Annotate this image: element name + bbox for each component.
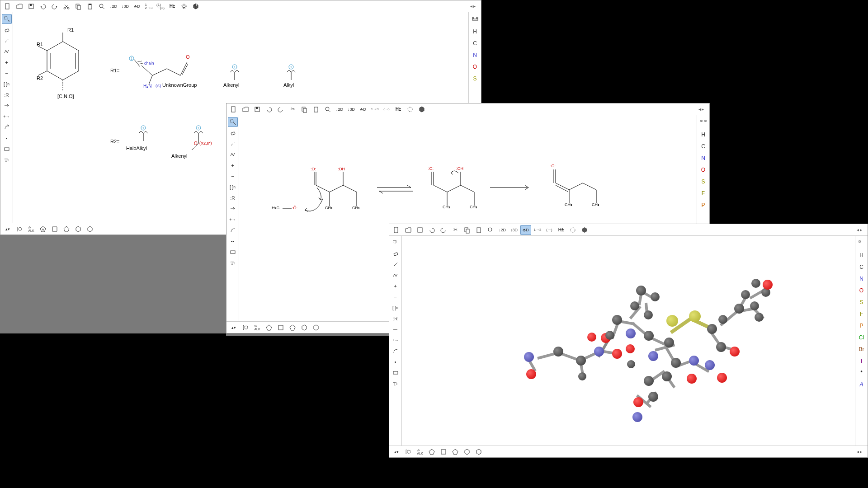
gear-icon[interactable] bbox=[567, 225, 578, 235]
poly5-icon[interactable] bbox=[450, 447, 461, 457]
layout-icon[interactable]: ↓3D bbox=[509, 225, 519, 235]
alk-icon[interactable]: 🝃ALK bbox=[415, 447, 425, 457]
minus-tool[interactable]: − bbox=[228, 171, 238, 181]
poly4-icon[interactable] bbox=[438, 447, 449, 457]
poly6-icon[interactable] bbox=[462, 447, 472, 457]
undo-icon[interactable] bbox=[426, 225, 437, 235]
canvas-3d[interactable] bbox=[402, 236, 855, 446]
element-h[interactable]: H bbox=[471, 28, 479, 36]
zoom-icon[interactable] bbox=[96, 1, 107, 11]
copy-icon[interactable] bbox=[73, 1, 84, 11]
r-label-tool[interactable]: :R bbox=[228, 193, 238, 203]
save-icon[interactable] bbox=[415, 225, 425, 235]
copy-icon[interactable] bbox=[462, 225, 472, 235]
paste-icon[interactable] bbox=[473, 225, 484, 235]
copy-icon[interactable] bbox=[299, 104, 310, 114]
bracket-ring-icon[interactable]: [⬡ bbox=[14, 224, 25, 234]
n-ring-icon[interactable]: N bbox=[38, 224, 48, 234]
r-label-tool[interactable]: :R bbox=[2, 90, 12, 100]
poly6b-icon[interactable] bbox=[311, 323, 321, 333]
n-ring-icon[interactable] bbox=[426, 447, 437, 457]
element-h[interactable]: H bbox=[858, 251, 865, 259]
zoom-icon[interactable] bbox=[485, 225, 496, 235]
element-i[interactable]: I bbox=[859, 357, 864, 365]
bracket-tool[interactable]: [ ]n bbox=[2, 79, 12, 89]
poly5-icon[interactable] bbox=[61, 224, 72, 234]
hplus-icon[interactable]: H± bbox=[167, 1, 178, 11]
frac2-icon[interactable]: (→) bbox=[381, 104, 392, 114]
erase-tool[interactable] bbox=[228, 128, 238, 138]
redo-icon[interactable] bbox=[49, 1, 60, 11]
r-label-tool[interactable]: :R bbox=[391, 314, 401, 324]
hplus-icon[interactable]: H± bbox=[393, 104, 404, 114]
updown-icon[interactable]: ▴▾ bbox=[228, 323, 239, 333]
redo-icon[interactable] bbox=[438, 225, 449, 235]
2d-icon[interactable]: ↓2D bbox=[334, 104, 345, 114]
alk-icon[interactable]: 🝃ALK bbox=[26, 224, 37, 234]
gear-icon[interactable] bbox=[405, 104, 415, 114]
frac1-icon[interactable]: 1→3 bbox=[369, 104, 380, 114]
minus-tool[interactable]: − bbox=[391, 292, 401, 302]
text-tool[interactable]: TI bbox=[228, 258, 238, 268]
poly5-icon[interactable] bbox=[287, 323, 298, 333]
poly4-icon[interactable] bbox=[49, 224, 60, 234]
text-tool[interactable]: TI bbox=[391, 379, 401, 389]
element-cl[interactable]: Cl bbox=[857, 333, 866, 342]
poly4-icon[interactable] bbox=[275, 323, 286, 333]
layout-icon[interactable]: ↓3D bbox=[120, 1, 131, 11]
plus-arrow-tool[interactable]: +→ bbox=[2, 112, 12, 122]
element-s[interactable]: S bbox=[471, 75, 478, 83]
cube-icon[interactable] bbox=[579, 225, 590, 235]
erase-tool[interactable] bbox=[2, 25, 12, 35]
cube-icon[interactable] bbox=[190, 1, 201, 11]
3d-icon[interactable]: ⬘D bbox=[520, 225, 531, 235]
2d-icon[interactable]: ↓2D bbox=[497, 225, 508, 235]
poly6-icon[interactable] bbox=[73, 224, 84, 234]
chain-tool[interactable] bbox=[2, 47, 12, 56]
open-icon[interactable] bbox=[14, 1, 25, 11]
cut-icon[interactable] bbox=[61, 1, 72, 11]
cut-icon[interactable]: ✂ bbox=[287, 104, 298, 114]
chain-tool[interactable] bbox=[391, 270, 401, 280]
poly6b-icon[interactable] bbox=[85, 224, 95, 234]
chain-tool[interactable] bbox=[228, 150, 238, 160]
element-o[interactable]: O bbox=[471, 63, 479, 71]
element-p[interactable]: P bbox=[699, 201, 707, 209]
bracket-tool[interactable]: [ ]n bbox=[391, 303, 401, 313]
element-h[interactable]: H bbox=[699, 131, 707, 139]
element-f[interactable]: F bbox=[700, 189, 707, 197]
poly6-icon[interactable] bbox=[299, 323, 310, 333]
bracket-ring-icon[interactable]: [⬡ bbox=[403, 447, 414, 457]
element-s[interactable]: S bbox=[699, 178, 707, 186]
element-p[interactable]: P bbox=[858, 322, 865, 330]
periodic-icon[interactable] bbox=[857, 238, 867, 248]
element-o[interactable]: O bbox=[699, 166, 707, 174]
plus-tool[interactable]: + bbox=[2, 57, 12, 67]
arrow-tool[interactable] bbox=[2, 101, 12, 111]
updown-icon[interactable]: ▴▾ bbox=[391, 447, 402, 457]
dots-tool[interactable]: •• bbox=[228, 236, 238, 246]
nav-arrows[interactable]: ◂ ▸ bbox=[853, 227, 866, 232]
select-tool[interactable] bbox=[391, 238, 401, 248]
undo-icon[interactable] bbox=[264, 104, 274, 114]
3d-icon[interactable]: ⬘D bbox=[132, 1, 142, 11]
element-s[interactable]: S bbox=[858, 298, 865, 306]
save-icon[interactable] bbox=[252, 104, 263, 114]
element-n[interactable]: N bbox=[858, 275, 865, 283]
plus-tool[interactable]: + bbox=[228, 160, 238, 170]
element-o[interactable]: O bbox=[858, 286, 865, 295]
dot-tool[interactable]: • bbox=[391, 357, 401, 367]
rect-tool[interactable] bbox=[228, 247, 238, 257]
paste-icon[interactable] bbox=[311, 104, 321, 114]
frac1-icon[interactable]: 12→3 bbox=[143, 1, 154, 11]
periodic-icon[interactable] bbox=[698, 117, 708, 127]
curve-tool[interactable] bbox=[2, 122, 12, 132]
undo-icon[interactable] bbox=[38, 1, 48, 11]
periodic-icon[interactable] bbox=[470, 14, 480, 24]
gear-icon[interactable] bbox=[179, 1, 189, 11]
3d-icon[interactable]: ⬘D bbox=[358, 104, 368, 114]
plus-arrow-tool[interactable]: +→ bbox=[391, 335, 401, 345]
redo-icon[interactable] bbox=[275, 104, 286, 114]
n-ring-icon[interactable] bbox=[264, 323, 274, 333]
updown-icon[interactable]: ▴▾ bbox=[2, 224, 13, 234]
